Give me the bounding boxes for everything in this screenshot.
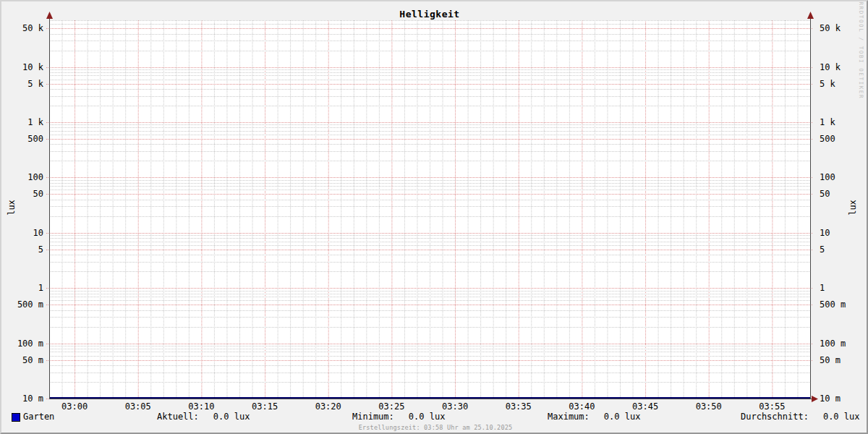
arrow-right bbox=[812, 396, 818, 402]
rrdtool-watermark: RRDTOOL / TOBI OETIKER bbox=[857, 2, 865, 98]
y-tick-label-right: 500 m bbox=[820, 299, 846, 310]
y-tick-label-left: 100 m bbox=[1, 339, 43, 349]
y-tick-label-right: 5 bbox=[820, 244, 825, 255]
x-tick-label: 03:40 bbox=[566, 401, 597, 412]
stat-value: 0.0 lux bbox=[213, 412, 250, 422]
x-tick-label: 03:50 bbox=[693, 401, 725, 412]
x-tick-label: 03:10 bbox=[185, 401, 217, 412]
stat-value: 0.0 lux bbox=[409, 412, 446, 422]
x-tick-label: 03:05 bbox=[122, 401, 154, 412]
y-axis-unit-right: lux bbox=[848, 193, 858, 222]
y-tick-label-left: 10 k bbox=[1, 62, 43, 72]
y-tick-label-left: 500 m bbox=[1, 299, 43, 310]
y-tick-label-left: 500 bbox=[1, 134, 43, 144]
x-tick-label: 03:25 bbox=[375, 401, 407, 412]
y-tick-label-right: 500 bbox=[820, 134, 835, 144]
stat-aktuell: Aktuell:0.0 lux bbox=[157, 412, 250, 422]
legend-row: Garten Aktuell:0.0 luxMinimum:0.0 luxMax… bbox=[1, 412, 868, 423]
y-tick-label-left: 100 bbox=[1, 172, 43, 182]
y-tick-label-left: 5 k bbox=[1, 79, 43, 89]
x-tick-label: 03:45 bbox=[629, 401, 661, 412]
stat-minimum: Minimum:0.0 lux bbox=[352, 412, 445, 422]
stat-maximum: Maximum:0.0 lux bbox=[548, 412, 640, 422]
x-tick-label: 03:20 bbox=[312, 401, 344, 412]
series-color-swatch bbox=[12, 413, 20, 422]
x-tick-label: 03:15 bbox=[249, 401, 281, 412]
y-tick-label-right: 10 bbox=[820, 228, 830, 238]
plot-canvas bbox=[1, 1, 868, 434]
series-label: Garten bbox=[23, 412, 54, 422]
x-tick-label: 03:35 bbox=[503, 401, 535, 412]
y-tick-label-right: 50 bbox=[820, 189, 830, 199]
y-tick-label-left: 10 m bbox=[1, 393, 43, 404]
stat-label: Durchschnitt: bbox=[741, 412, 809, 422]
y-tick-label-left: 1 k bbox=[1, 117, 43, 127]
x-tick-label: 03:55 bbox=[756, 401, 788, 412]
y-tick-label-left: 50 m bbox=[1, 355, 43, 365]
y-tick-label-right: 50 k bbox=[820, 23, 841, 33]
x-tick-label: 03:00 bbox=[59, 401, 90, 412]
y-tick-label-left: 5 bbox=[1, 244, 43, 255]
stat-value: 0.0 lux bbox=[604, 412, 641, 422]
stat-durchschnitt: Durchschnitt:0.0 lux bbox=[741, 412, 860, 422]
y-tick-label-left: 1 bbox=[1, 283, 43, 293]
stat-value: 0.0 lux bbox=[823, 412, 860, 422]
stat-label: Maximum: bbox=[548, 412, 590, 422]
x-tick-label: 03:30 bbox=[439, 401, 471, 412]
chart-title: Helligkeit bbox=[49, 9, 810, 20]
y-tick-label-left: 50 k bbox=[1, 23, 43, 33]
y-axis-unit-left: lux bbox=[7, 193, 17, 222]
y-tick-label-right: 1 bbox=[820, 283, 825, 293]
y-tick-label-right: 5 k bbox=[820, 79, 835, 89]
stat-label: Minimum: bbox=[352, 412, 394, 422]
y-tick-label-right: 100 m bbox=[820, 339, 846, 349]
stat-label: Aktuell: bbox=[157, 412, 199, 422]
y-tick-label-right: 10 m bbox=[820, 393, 841, 404]
creation-time-footer: Erstellungszeit: 03:58 Uhr am 25.10.2025 bbox=[291, 423, 580, 432]
rrdtool-graph: Helligkeit 50 k10 k5 k1 k500100501051500… bbox=[0, 0, 868, 434]
y-tick-label-left: 10 bbox=[1, 228, 43, 238]
y-tick-label-right: 100 bbox=[820, 172, 835, 182]
y-tick-label-right: 50 m bbox=[820, 355, 841, 365]
y-tick-label-right: 10 k bbox=[820, 62, 841, 72]
y-tick-label-right: 1 k bbox=[820, 117, 835, 127]
